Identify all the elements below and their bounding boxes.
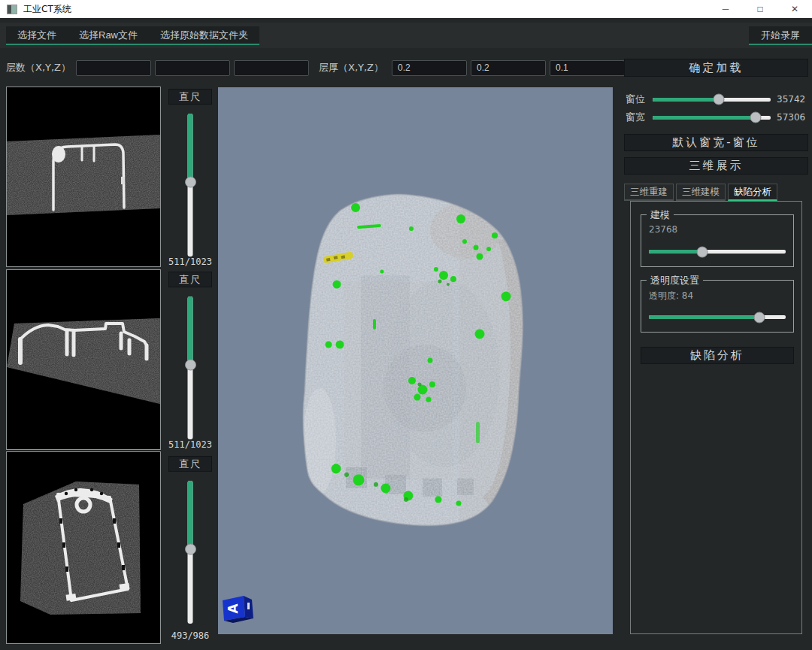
slider-handle[interactable] [185,360,196,371]
orientation-cube-logo: A [223,596,253,623]
slider-handle[interactable] [185,177,196,188]
window-level-row: 窗位 35742 [626,93,808,105]
modeling-value: 23768 [649,224,677,235]
titlebar: 工业CT系统 ─ □ ✕ [0,0,812,18]
select-raw-data-folder-button[interactable]: 选择原始数据文件夹 [149,26,259,44]
file-buttons-group: 选择文件 选择Raw文件 选择原始数据文件夹 [6,26,259,45]
slider-fill [188,296,193,365]
modeling-group: 建模 23768 [641,214,794,267]
ruler-button-bottom[interactable]: 直尺 [168,456,212,472]
layers-label: 层数（X,Y,Z） [6,61,72,74]
transparency-group-title: 透明度设置 [647,274,703,287]
tab-3d-reconstruction[interactable]: 三维重建 [624,184,674,201]
viewport-3d[interactable]: A [218,87,613,634]
volume-render-image: A [218,87,613,634]
transparency-group: 透明度设置 透明度: 84 [641,280,794,333]
window-width-slider[interactable] [653,116,771,120]
app-icon [7,5,17,14]
transparency-slider[interactable] [649,315,786,319]
layers-z-input[interactable] [234,60,309,76]
layers-x-input[interactable] [76,60,151,76]
slice-slider-top: 直尺 511/1023 [163,87,217,269]
select-raw-file-button[interactable]: 选择Raw文件 [68,26,149,44]
window-width-row: 窗宽 57306 [626,111,808,123]
show-3d-button[interactable]: 三维展示 [624,157,808,175]
ct-slice-image-bottom [7,452,160,643]
toolbar: 选择文件 选择Raw文件 选择原始数据文件夹 开始录屏 [0,23,812,48]
modeling-slider[interactable] [649,250,786,254]
ct-slice-panel-middle [6,269,161,450]
thickness-z-input[interactable] [550,60,625,76]
window-level-value: 35742 [777,94,808,105]
default-window-button[interactable]: 默认窗宽-窗位 [624,134,808,151]
ct-slice-panel-bottom [6,451,161,644]
layers-y-input[interactable] [155,60,230,76]
ct-slice-image-middle [7,270,160,449]
transparency-value-label: 透明度: 84 [649,290,693,302]
svg-text:A: A [226,603,241,614]
slice-position-label-top: 511/1023 [163,257,217,267]
slider-fill [649,315,759,319]
slice-position-label-middle: 511/1023 [163,439,217,450]
slider-fill [649,250,702,254]
window-title: 工业CT系统 [23,3,71,16]
slider-fill [188,481,193,549]
window-width-value: 57306 [777,112,808,123]
slice-slider-bottom: 直尺 493/986 [163,451,217,644]
ruler-button-top[interactable]: 直尺 [168,89,212,105]
thickness-x-input[interactable] [392,60,467,76]
slider-handle[interactable] [713,94,724,105]
slice-position-slider-middle[interactable] [188,296,193,439]
tab-defect-analysis[interactable]: 缺陷分析 [728,184,777,201]
thickness-label: 层厚（X,Y,Z） [319,61,388,74]
slider-fill [653,98,719,102]
start-recording-button[interactable]: 开始录屏 [749,26,812,45]
parameters-row: 层数（X,Y,Z） 层厚（X,Y,Z） [6,59,625,77]
close-button[interactable]: ✕ [777,0,812,18]
select-file-button[interactable]: 选择文件 [6,26,68,44]
slider-handle[interactable] [185,544,196,555]
tab-3d-modeling[interactable]: 三维建模 [676,184,726,201]
maximize-button[interactable]: □ [743,0,777,18]
slider-fill [653,116,756,120]
right-panel: 确定加载 窗位 35742 窗宽 57306 默认窗宽-窗位 三维展示 三维重建… [624,59,808,634]
window-controls: ─ □ ✕ [708,0,812,18]
minimize-button[interactable]: ─ [708,0,743,18]
defect-analysis-button[interactable]: 缺陷分析 [641,347,794,364]
ruler-button-middle[interactable]: 直尺 [168,272,212,287]
slice-position-label-bottom: 493/986 [163,630,217,641]
slider-fill [188,114,193,182]
ct-slice-image-top [7,87,160,266]
slice-position-slider-bottom[interactable] [188,481,193,624]
thickness-y-input[interactable] [471,60,546,76]
window-level-slider[interactable] [653,98,771,102]
analysis-tabs: 三维重建 三维建模 缺陷分析 [624,184,777,201]
confirm-load-button[interactable]: 确定加载 [624,59,808,77]
industrial-ct-window: { "window": { "title": "工业CT系统", "minimi… [0,0,812,650]
slider-handle[interactable] [750,112,761,123]
slider-handle[interactable] [754,311,765,323]
ct-slice-panel-top [6,87,161,267]
window-width-label: 窗宽 [626,111,647,124]
slice-slider-middle: 直尺 511/1023 [163,269,217,451]
defect-analysis-panel: 建模 23768 透明度设置 透明度: 84 缺陷分析 [630,201,802,634]
slider-handle[interactable] [696,246,707,257]
slice-position-slider-top[interactable] [188,114,193,257]
window-level-label: 窗位 [626,93,647,106]
modeling-group-title: 建模 [647,208,674,222]
